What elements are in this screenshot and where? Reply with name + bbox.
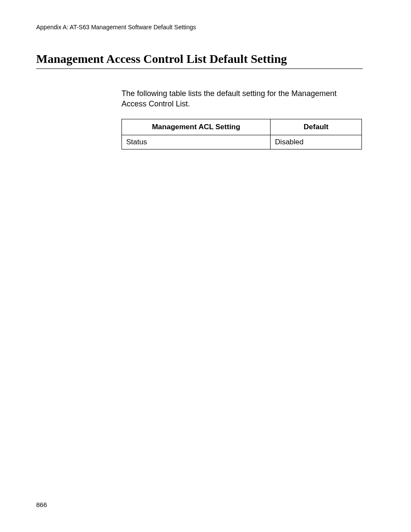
- table-header-default: Default: [271, 119, 362, 135]
- page-number: 866: [36, 501, 47, 508]
- table-cell-setting: Status: [122, 135, 271, 149]
- table-header-row: Management ACL Setting Default: [122, 119, 362, 135]
- table-row: Status Disabled: [122, 135, 362, 149]
- content-area: The following table lists the default se…: [121, 88, 363, 149]
- page-header-breadcrumb: Appendix A: AT-S63 Management Software D…: [36, 24, 363, 31]
- table-cell-default: Disabled: [271, 135, 362, 149]
- settings-table: Management ACL Setting Default Status Di…: [121, 119, 362, 149]
- page-title: Management Access Control List Default S…: [36, 52, 363, 69]
- table-header-setting: Management ACL Setting: [122, 119, 271, 135]
- intro-paragraph: The following table lists the default se…: [121, 88, 363, 109]
